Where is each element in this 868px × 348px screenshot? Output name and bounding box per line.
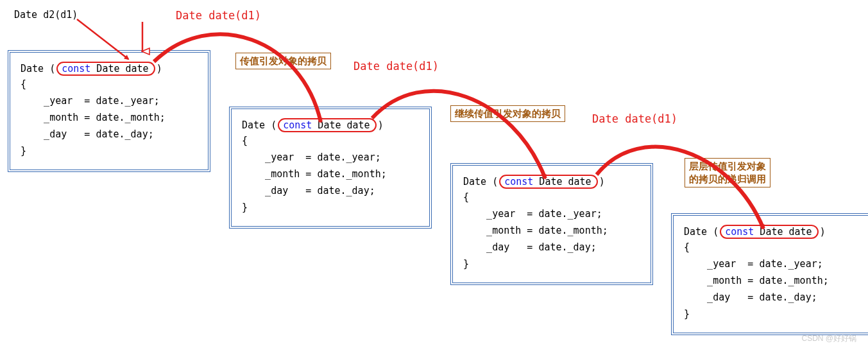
watermark: CSDN @好好锅 bbox=[801, 333, 856, 344]
call-label-1: Date date(d1) bbox=[176, 9, 261, 22]
signature-1: Date (const Date date) bbox=[21, 62, 198, 76]
note-1: 传值引发对象的拷贝 bbox=[235, 53, 331, 69]
call-label-3: Date date(d1) bbox=[592, 112, 677, 125]
signature-4: Date (const Date date) bbox=[684, 225, 861, 239]
const-pill-1: const Date date bbox=[56, 62, 155, 76]
call-label-2: Date date(d1) bbox=[353, 60, 439, 73]
code-box-1: Date (const Date date) { _year = date._y… bbox=[8, 50, 210, 172]
body-3: { _year = date._year; _month = date._mon… bbox=[463, 189, 640, 272]
code-box-2: Date (const Date date) { _year = date._y… bbox=[229, 107, 432, 229]
body-4: { _year = date._year; _month = date._mon… bbox=[684, 239, 861, 322]
diagram-canvas: Date d2(d1) Date date(d1) Date date(d1) … bbox=[0, 0, 868, 348]
code-box-3: Date (const Date date) { _year = date._y… bbox=[450, 163, 653, 285]
code-box-4: Date (const Date date) { _year = date._y… bbox=[671, 213, 868, 335]
source-declaration: Date d2(d1) bbox=[14, 9, 78, 21]
body-2: { _year = date._year; _month = date._mon… bbox=[242, 132, 419, 216]
const-pill-3: const Date date bbox=[499, 175, 597, 189]
const-pill-4: const Date date bbox=[720, 225, 818, 239]
const-pill-2: const Date date bbox=[278, 118, 376, 132]
signature-3: Date (const Date date) bbox=[463, 175, 640, 189]
body-1: { _year = date._year; _month = date._mon… bbox=[21, 76, 198, 159]
note-2: 继续传值引发对象的拷贝 bbox=[450, 105, 565, 122]
signature-2: Date (const Date date) bbox=[242, 118, 419, 132]
note-3: 层层传值引发对象 的拷贝的递归调用 bbox=[685, 158, 770, 187]
